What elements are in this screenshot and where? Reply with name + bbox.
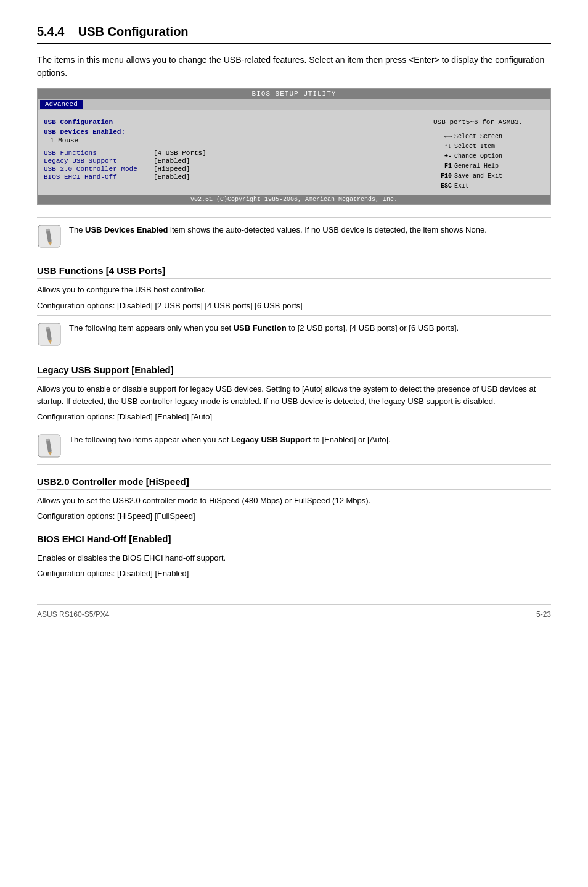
bios-tab: Advanced [40, 100, 83, 109]
bios-key-row-2: +- Change Option [433, 152, 544, 162]
bios-setting-value-3: [Enabled] [153, 173, 190, 181]
bios-box: BIOS SETUP UTILITY Advanced USB Configur… [37, 88, 551, 205]
bios-setting-value-1: [Enabled] [153, 157, 190, 165]
legacy-usb-body2: Configuration options: [Disabled] [Enabl… [37, 411, 551, 423]
note-box-3: The following two items appear when you … [37, 427, 551, 465]
bios-key-row-3: F1 General Help [433, 162, 544, 171]
bios-key-desc-1: Select Item [454, 142, 495, 152]
section-number: 5.4.4 [37, 25, 64, 38]
usb2-controller-body1: Allows you to set the USB2.0 controller … [37, 495, 551, 507]
note-text-1: The USB Devices Enabled item shows the a… [69, 224, 487, 236]
bios-key-0: ←→ [433, 132, 452, 142]
bios-tab-row: Advanced [38, 99, 550, 110]
bios-key-row-1: ↑↓ Select Item [433, 142, 544, 152]
bios-footer: V02.61 (C)Copyright 1985-2006, American … [38, 195, 550, 204]
legacy-usb-section: Legacy USB Support [Enabled] Allows you … [37, 365, 551, 465]
bios-setting-row-0: USB Functions [4 USB Ports] [44, 149, 420, 157]
bios-key-4: F10 [433, 171, 452, 181]
bios-key-row-5: ESC Exit [433, 181, 544, 191]
usb-functions-section: USB Functions [4 USB Ports] Allows you t… [37, 265, 551, 353]
bios-ehci-body1: Enables or disables the BIOS EHCI hand-o… [37, 552, 551, 564]
bios-devices-label: USB Devices Enabled: [44, 128, 420, 136]
bios-key-row-0: ←→ Select Screen [433, 132, 544, 142]
bios-setting-name-2: USB 2.0 Controller Mode [44, 165, 149, 173]
usb-functions-heading: USB Functions [4 USB Ports] [37, 265, 551, 279]
bios-setting-row-3: BIOS EHCI Hand-Off [Enabled] [44, 173, 420, 181]
page-footer: ASUS RS160-S5/PX4 5-23 [37, 604, 551, 619]
bios-help-text: USB port5~6 for ASMB3. [433, 118, 544, 126]
bios-device-value: 1 Mouse [50, 137, 420, 144]
bios-key-desc-2: Change Option [454, 152, 502, 162]
bios-section-title: USB Configuration [44, 118, 420, 126]
usb2-controller-heading: USB2.0 Controller mode [HiSpeed] [37, 476, 551, 490]
note-box-2: The following item appears only when you… [37, 315, 551, 353]
bios-title-bar: BIOS SETUP UTILITY [38, 89, 550, 99]
bios-settings: USB Functions [4 USB Ports] Legacy USB S… [44, 149, 420, 181]
bios-ehci-section: BIOS EHCI Hand-Off [Enabled] Enables or … [37, 534, 551, 580]
usb-functions-body2: Configuration options: [Disabled] [2 USB… [37, 300, 551, 312]
note-icon-2 [37, 322, 62, 347]
bios-key-desc-5: Exit [454, 181, 469, 191]
page-content: 5.4.4 USB Configuration The items in thi… [37, 25, 551, 619]
bios-key-1: ↑↓ [433, 142, 452, 152]
bios-setting-value-2: [HiSpeed] [153, 165, 190, 173]
bios-setting-name-0: USB Functions [44, 149, 149, 157]
legacy-usb-heading: Legacy USB Support [Enabled] [37, 365, 551, 378]
legacy-usb-note-text: The following two items appear when you … [69, 434, 391, 446]
bios-key-desc-3: General Help [454, 162, 499, 171]
usb2-controller-body2: Configuration options: [HiSpeed] [FullSp… [37, 510, 551, 522]
bios-inner: USB Configuration USB Devices Enabled: 1… [38, 115, 550, 195]
bios-key-2: +- [433, 152, 452, 162]
usb2-controller-section: USB2.0 Controller mode [HiSpeed] Allows … [37, 476, 551, 522]
section-heading: 5.4.4 USB Configuration [37, 25, 551, 44]
section-title: USB Configuration [78, 25, 189, 38]
bios-setting-value-0: [4 USB Ports] [153, 149, 206, 157]
bios-ehci-heading: BIOS EHCI Hand-Off [Enabled] [37, 534, 551, 547]
note-box-1: The USB Devices Enabled item shows the a… [37, 217, 551, 255]
bios-key-desc-4: Save and Exit [454, 171, 502, 181]
bios-left: USB Configuration USB Devices Enabled: 1… [38, 115, 427, 195]
bios-key-row-4: F10 Save and Exit [433, 171, 544, 181]
bios-key-5: ESC [433, 181, 452, 191]
usb-functions-body1: Allows you to configure the USB host con… [37, 284, 551, 296]
footer-right: 5-23 [536, 610, 551, 619]
note-icon-1 [37, 224, 62, 249]
bios-right: USB port5~6 for ASMB3. ←→ Select Screen … [427, 115, 550, 195]
bios-keys: ←→ Select Screen ↑↓ Select Item +- Chang… [433, 132, 544, 191]
footer-left: ASUS RS160-S5/PX4 [37, 610, 109, 619]
bios-setting-name-1: Legacy USB Support [44, 157, 149, 165]
bios-key-desc-0: Select Screen [454, 132, 502, 142]
bios-ehci-body2: Configuration options: [Disabled] [Enabl… [37, 567, 551, 580]
usb-functions-note-text: The following item appears only when you… [69, 322, 459, 334]
note-icon-3 [37, 434, 62, 458]
bios-setting-name-3: BIOS EHCI Hand-Off [44, 173, 149, 181]
bios-setting-row-1: Legacy USB Support [Enabled] [44, 157, 420, 165]
intro-text: The items in this menu allows you to cha… [37, 54, 551, 80]
bios-key-3: F1 [433, 162, 452, 171]
bios-setting-row-2: USB 2.0 Controller Mode [HiSpeed] [44, 165, 420, 173]
legacy-usb-body1: Allows you to enable or disable support … [37, 383, 551, 407]
